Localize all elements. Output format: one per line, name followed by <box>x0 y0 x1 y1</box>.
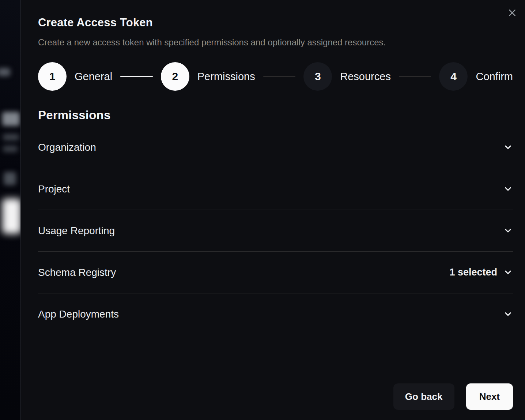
step-number-badge: 4 <box>439 62 468 91</box>
go-back-button[interactable]: Go back <box>393 383 454 410</box>
next-button[interactable]: Next <box>466 383 513 410</box>
step-number-badge: 2 <box>161 62 189 91</box>
permissions-heading: Permissions <box>38 108 513 122</box>
accordion-row-label: Schema Registry <box>38 267 116 278</box>
blurred-background-icon <box>4 172 16 185</box>
create-access-token-modal: Create Access Token Create a new access … <box>20 0 525 420</box>
background-page-sliver <box>0 0 20 420</box>
accordion-row-schema-registry[interactable]: Schema Registry 1 selected <box>38 252 513 293</box>
wizard-stepper: 1 General 2 Permissions 3 Resources 4 Co… <box>38 62 513 91</box>
step-label: Confirm <box>476 71 513 83</box>
step-resources[interactable]: 3 Resources <box>303 62 391 91</box>
step-permissions[interactable]: 2 Permissions <box>161 62 255 91</box>
accordion-row-label: Organization <box>38 142 96 153</box>
step-label: Resources <box>340 71 391 83</box>
permissions-accordion: Organization Project Usage Reporting <box>38 127 513 335</box>
step-connector <box>263 76 296 77</box>
step-connector <box>120 76 153 77</box>
step-label: Permissions <box>197 71 255 83</box>
step-number-badge: 3 <box>303 62 332 91</box>
step-general[interactable]: 1 General <box>38 62 112 91</box>
chevron-down-icon <box>503 226 513 236</box>
blurred-background-item <box>3 134 19 140</box>
modal-subtitle: Create a new access token with specified… <box>38 37 513 48</box>
blurred-background-item <box>3 146 18 152</box>
blurred-background-item <box>2 112 20 126</box>
modal-title: Create Access Token <box>38 16 513 29</box>
chevron-down-icon <box>503 184 513 194</box>
step-number-badge: 1 <box>38 62 67 91</box>
accordion-row-label: Project <box>38 183 70 195</box>
accordion-row-project[interactable]: Project <box>38 168 513 210</box>
accordion-row-usage-reporting[interactable]: Usage Reporting <box>38 210 513 252</box>
chevron-down-icon <box>503 142 513 152</box>
modal-footer: Go back Next <box>393 383 513 410</box>
step-label: General <box>75 71 112 83</box>
selection-count-badge: 1 selected <box>449 267 497 278</box>
close-button[interactable] <box>507 7 518 18</box>
blurred-background-item <box>0 68 10 76</box>
blurred-background-card <box>2 199 21 234</box>
chevron-down-icon <box>503 267 513 277</box>
accordion-row-label: Usage Reporting <box>38 225 115 237</box>
accordion-row-app-deployments[interactable]: App Deployments <box>38 293 513 335</box>
step-connector <box>399 76 431 77</box>
accordion-row-label: App Deployments <box>38 308 119 320</box>
chevron-down-icon <box>503 309 513 319</box>
step-confirm[interactable]: 4 Confirm <box>439 62 513 91</box>
close-icon <box>507 8 517 18</box>
accordion-row-organization[interactable]: Organization <box>38 127 513 168</box>
